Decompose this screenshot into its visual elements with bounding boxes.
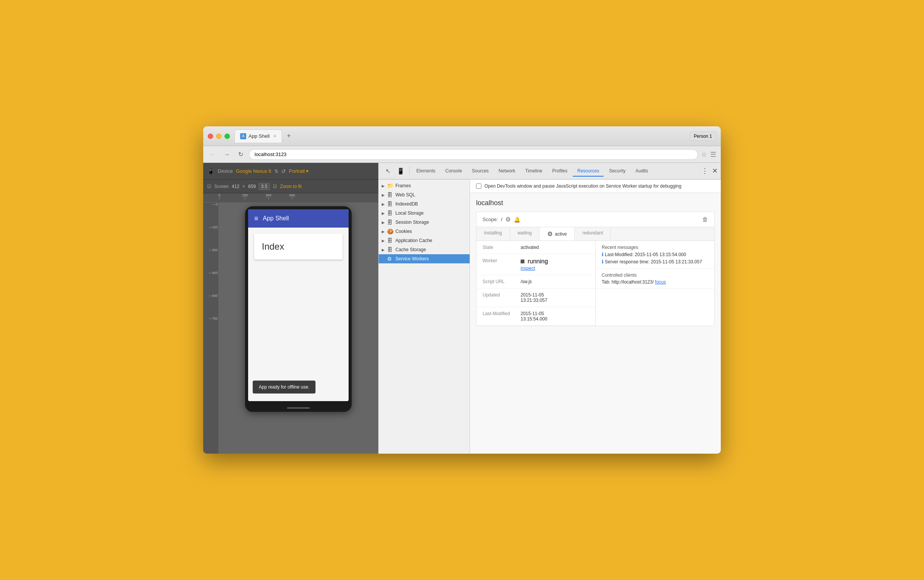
ruler-tick-300: 300 (209, 248, 219, 252)
tree-item-session-storage[interactable]: ▶ 🗄 Session Storage (379, 218, 469, 227)
tree-item-cookies[interactable]: ▶ 🍪 Cookies (379, 227, 469, 236)
sw-notice-bar: Open DevTools window and pause JavaScrip… (470, 180, 721, 193)
address-input[interactable] (249, 149, 698, 160)
tab-sources[interactable]: Sources (467, 166, 493, 176)
last-modified-value: 2015-11-0513:15:54.000 (520, 311, 547, 321)
sw-delete-button[interactable]: 🗑 (702, 216, 708, 223)
tab-audits[interactable]: Audits (631, 166, 653, 176)
back-button[interactable]: ← (208, 149, 219, 160)
device-name: Google Nexus 6 (236, 168, 271, 174)
sw-entry-header: Scope: / ⚙ 🔔 🗑 (476, 212, 714, 227)
device-viewport: 0 150 300 450 ≡ App Shell (219, 193, 378, 454)
tab-favicon: A (240, 133, 246, 139)
portrait-button[interactable]: Portrait ▾ (289, 168, 309, 174)
running-dot-icon (520, 260, 524, 264)
sw-last-modified-row: Last-Modified 2015-11-0513:15:54.000 (476, 307, 595, 326)
worker-key: Worker (483, 258, 520, 264)
sw-status-waiting[interactable]: waiting (510, 227, 540, 241)
local-storage-icon: 🗄 (387, 210, 394, 216)
device-toggle-icon[interactable]: 📱 (395, 165, 407, 177)
worker-running: running (520, 258, 548, 265)
tab-resources[interactable]: Resources (573, 166, 604, 176)
sw-message-2: ℹ Server response time: 2015-11-05 13:21… (602, 259, 702, 265)
web-sql-icon: 🗄 (387, 192, 394, 198)
tab-console[interactable]: Console (441, 166, 466, 176)
device-content-area: ≡ App Shell Index App ready for offline … (219, 203, 378, 454)
maximize-window-button[interactable] (224, 133, 230, 139)
focus-link[interactable]: focus (655, 279, 666, 285)
screen-check-icon: ☑ (207, 184, 211, 189)
refresh-icon[interactable]: ↺ (281, 168, 286, 174)
script-url-key: Script URL (483, 279, 520, 284)
sw-notice-text: Open DevTools window and pause JavaScrip… (484, 183, 681, 189)
sw-status-installing[interactable]: installing (476, 227, 510, 241)
minimize-window-button[interactable] (216, 133, 221, 139)
reload-button[interactable]: ↻ (235, 149, 246, 160)
tree-item-cache-storage[interactable]: ▶ 🗄 Cache Storage (379, 245, 469, 254)
close-window-button[interactable] (208, 133, 213, 139)
ruler-area: 0 150 300 450 600 750 0 150 300 450 (203, 193, 378, 454)
active-label: active (555, 231, 567, 237)
phone-screen: ≡ App Shell Index App ready for offline … (248, 209, 349, 401)
zoom-fit-check-icon: ☑ (273, 184, 277, 189)
tree-item-frames[interactable]: ▶ 📁 Frames (379, 181, 469, 190)
tab-timeline[interactable]: Timeline (520, 166, 547, 176)
cookies-label: Cookies (395, 229, 412, 234)
redundant-label: redundant (582, 230, 603, 236)
device-controls-bar: 📱 Device Google Nexus 6 ⇅ ↺ Portrait ▾ (203, 163, 378, 180)
ruler-tick-750: 750 (209, 316, 219, 320)
forward-button[interactable]: → (221, 149, 232, 160)
cookies-icon: 🍪 (387, 228, 394, 234)
tree-item-service-workers[interactable]: ⚙ Service Workers (379, 254, 469, 264)
tab-close-button[interactable]: × (273, 133, 276, 139)
web-sql-label: Web SQL (395, 192, 415, 198)
menu-button[interactable]: ☰ (710, 150, 716, 159)
sw-settings-icon[interactable]: ⚙ (506, 216, 511, 223)
service-workers-label: Service Workers (395, 256, 429, 262)
sw-recent-messages-row: Recent messages ℹ Last-Modified: 2015-11… (596, 241, 714, 269)
sw-updated-row: Updated 2015-11-0513:21:33.057 (476, 288, 595, 307)
updated-value: 2015-11-0513:21:33.057 (520, 292, 547, 303)
tab-network[interactable]: Network (494, 166, 520, 176)
bookmark-button[interactable]: ☆ (701, 150, 707, 159)
tab-title: App Shell (249, 133, 270, 139)
tree-item-web-sql[interactable]: ▶ 🗄 Web SQL (379, 190, 469, 199)
tab-elements[interactable]: Elements (412, 166, 440, 176)
tab-separator (409, 166, 410, 175)
sw-bell-icon[interactable]: 🔔 (514, 217, 520, 222)
ruler-h-tick-450: 450 (289, 193, 295, 199)
browser-tab-app-shell[interactable]: A App Shell × (234, 129, 282, 143)
tree-arrow-icon: ▶ (382, 229, 385, 234)
tab-security[interactable]: Security (604, 166, 630, 176)
person-button[interactable]: Person 1 (690, 132, 716, 141)
tree-arrow-icon: ▶ (382, 184, 385, 188)
active-gear-icon: ⚙ (547, 230, 553, 237)
cursor-icon[interactable]: ↖ (382, 165, 394, 177)
ruler-tick-600: 600 (209, 294, 219, 298)
phone-bottom-bar (245, 404, 352, 412)
message-2-text: Server response time: 2015-11-05 13:21:3… (605, 259, 702, 265)
sw-status-active[interactable]: ⚙ active (540, 227, 575, 241)
application-cache-label: Application Cache (395, 238, 432, 243)
tab-profiles[interactable]: Profiles (548, 166, 572, 176)
tree-item-local-storage[interactable]: ▶ 🗄 Local Storage (379, 209, 469, 218)
devtools-close-button[interactable]: ✕ (712, 167, 718, 175)
sw-left-column: State activated Worker (476, 241, 596, 326)
index-label: Index (262, 241, 284, 252)
tree-arrow-icon: ▶ (382, 211, 385, 216)
sw-entry: Scope: / ⚙ 🔔 🗑 installing (476, 212, 715, 326)
sw-scope-value: / (501, 217, 502, 222)
sw-debug-checkbox[interactable] (476, 183, 481, 189)
sw-clients-area: Controlled clients Tab: http://localhost… (602, 272, 666, 285)
tree-item-application-cache[interactable]: ▶ 🗄 Application Cache (379, 236, 469, 245)
screen-label: Screen (214, 184, 229, 189)
tree-item-indexeddb[interactable]: ▶ 🗄 IndexedDB (379, 199, 469, 209)
sw-status-redundant[interactable]: redundant (575, 227, 611, 241)
worker-inspect-link[interactable]: inspect (520, 266, 548, 271)
sw-host-section: localhost Scope: / ⚙ 🔔 🗑 (470, 193, 721, 332)
more-tabs-button[interactable]: ⋮ (702, 167, 708, 175)
local-storage-label: Local Storage (395, 211, 423, 216)
ruler-tick-0: 0 (213, 203, 219, 206)
devtools-body: ▶ 📁 Frames ▶ 🗄 Web SQL ▶ 🗄 IndexedDB (379, 180, 721, 454)
new-tab-button[interactable]: + (283, 131, 294, 142)
